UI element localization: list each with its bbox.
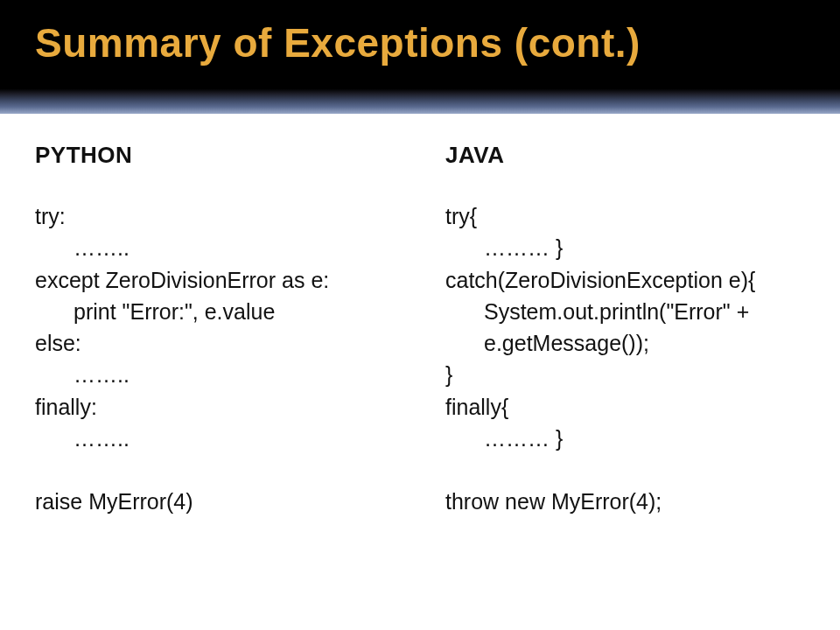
python-header: PYTHON — [35, 142, 403, 169]
python-code: try:……..except ZeroDivisionError as e:pr… — [35, 200, 403, 517]
code-line — [445, 454, 805, 486]
code-line: ……… } — [445, 423, 805, 454]
java-code: try{……… }catch(ZeroDivisionException e){… — [445, 200, 805, 517]
code-line: System.out.println("Error" + — [445, 296, 805, 327]
code-line: try: — [35, 200, 403, 232]
code-line: throw new MyError(4); — [445, 486, 805, 517]
slide: Summary of Exceptions (cont.) PYTHON try… — [0, 0, 840, 630]
title-bar: Summary of Exceptions (cont.) — [0, 0, 840, 114]
slide-title: Summary of Exceptions (cont.) — [35, 19, 805, 66]
code-line: except ZeroDivisionError as e: — [35, 264, 403, 296]
code-line: } — [445, 359, 805, 390]
code-line: finally{ — [445, 391, 805, 423]
python-column: PYTHON try:……..except ZeroDivisionError … — [35, 142, 421, 604]
java-column: JAVA try{……… }catch(ZeroDivisionExceptio… — [421, 142, 822, 604]
code-line: finally: — [35, 391, 403, 423]
code-line: raise MyError(4) — [35, 486, 403, 517]
code-line: try{ — [445, 200, 805, 232]
code-line: …….. — [35, 232, 403, 263]
code-line: ……… } — [445, 232, 805, 263]
code-line — [35, 454, 403, 486]
code-line: …….. — [35, 359, 403, 390]
code-line: else: — [35, 327, 403, 359]
slide-body: PYTHON try:……..except ZeroDivisionError … — [0, 114, 840, 630]
code-line: print "Error:", e.value — [35, 296, 403, 327]
java-header: JAVA — [445, 142, 805, 169]
code-line: catch(ZeroDivisionException e){ — [445, 264, 805, 296]
code-line: e.getMessage()); — [445, 327, 805, 359]
code-line: …….. — [35, 423, 403, 454]
